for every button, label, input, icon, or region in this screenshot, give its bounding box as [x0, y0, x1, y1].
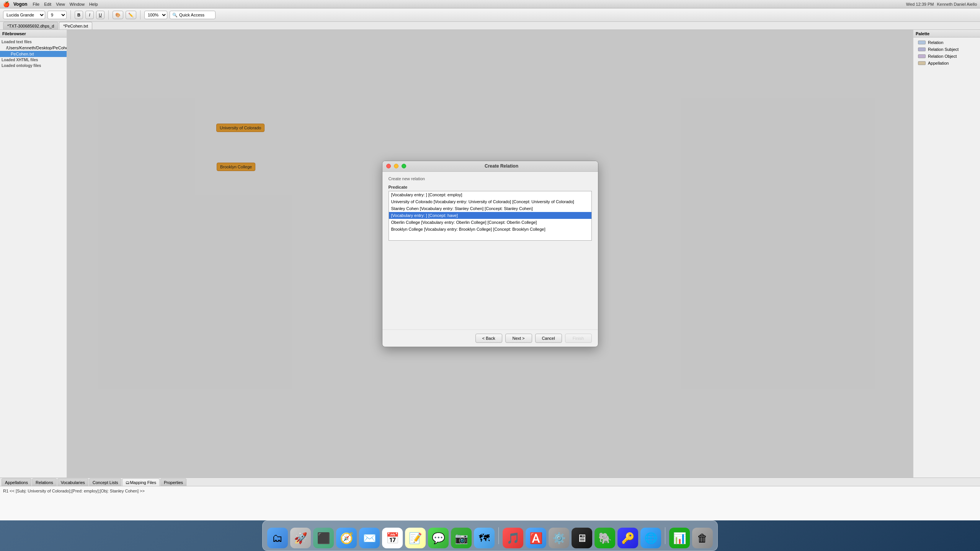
dock-finder[interactable]: 🗂 — [267, 528, 288, 548]
menu-help[interactable]: Help — [89, 2, 98, 7]
predicate-list[interactable]: [Vocabulary entry: ] [Concept: employ] U… — [389, 191, 592, 241]
bottom-panel: Appellations Relations Vocabularies Conc… — [0, 478, 980, 520]
dialog-close-btn[interactable] — [386, 164, 391, 168]
palette-item-relation-object[interactable]: Relation Object — [916, 53, 978, 60]
cancel-button[interactable]: Cancel — [535, 334, 562, 343]
predicate-item-3[interactable]: [Vocabulary entry: ] [Concept: have] — [389, 212, 591, 219]
zoom-selector[interactable]: 100% — [144, 11, 167, 19]
predicate-item-2[interactable]: Stanley Cohen [Vocabulary entry: Stanley… — [389, 205, 591, 212]
loaded-text-files-label: Loaded text files — [0, 39, 67, 45]
dock-maps[interactable]: 🗺 — [474, 528, 495, 548]
quick-access-bar[interactable]: 🔍 Quick Access — [170, 11, 216, 19]
dock: 🗂 🚀 ⬛ 🧭 ✉️ 📅 📝 💬 📷 🗺 🎵 🅰️ ⚙️ 🖥 🐘 🔑 🌐 📊 🗑 — [262, 520, 718, 551]
tab-0-label: *TXT-300685692.dhps_d — [7, 24, 54, 28]
menubar-time: Wed 12:39 PM — [906, 2, 934, 7]
bottom-tab-properties[interactable]: Properties — [160, 478, 186, 486]
tab-1[interactable]: *PeCohen.txt — [59, 22, 92, 29]
font-selector[interactable]: Lucida Grande — [3, 11, 45, 19]
dialog-subtitle: Create new relation — [389, 176, 592, 181]
dock-facetime[interactable]: 📷 — [451, 528, 472, 548]
palette-item-relation-subject-label: Relation Subject — [928, 47, 959, 52]
palette-item-appellation[interactable]: Appellation — [916, 60, 978, 67]
highlight-button[interactable]: ✏️ — [126, 11, 136, 19]
file-tree-item-1[interactable]: PeCohen.txt — [0, 51, 67, 57]
menu-edit[interactable]: Edit — [44, 2, 51, 7]
dock-excel[interactable]: 📊 — [669, 528, 690, 548]
bottom-tab-vocabularies-label: Vocabularies — [61, 480, 85, 485]
palette-item-relation-object-label: Relation Object — [928, 54, 957, 59]
predicate-label: Predicate — [389, 185, 592, 189]
create-relation-dialog: Create Relation Create new relation Pred… — [382, 161, 598, 347]
dock-notes[interactable]: 📝 — [405, 528, 426, 548]
toolbar-sep1 — [70, 10, 71, 20]
palette-title: Palette — [916, 31, 929, 36]
bottom-tab-vocabularies[interactable]: Vocabularies — [57, 478, 88, 486]
predicate-item-4[interactable]: Oberlin College [Vocabulary entry: Oberl… — [389, 219, 591, 226]
bottom-tab-relations[interactable]: Relations — [32, 478, 57, 486]
dialog-title: Create Relation — [409, 163, 594, 169]
bottom-tab-mapping-files-label: Mapping Files — [130, 480, 156, 485]
app-window: Lucida Grande 9 B I U 🎨 ✏️ 100% 🔍 Quick … — [0, 8, 980, 520]
search-icon: 🔍 — [172, 13, 178, 18]
finish-button[interactable]: Finish — [565, 334, 592, 343]
relation-icon — [918, 41, 926, 44]
dock-mail[interactable]: ✉️ — [359, 528, 380, 548]
palette-item-relation-subject[interactable]: Relation Subject — [916, 46, 978, 53]
appellation-icon — [918, 61, 926, 65]
bottom-tab-concept-lists-label: Concept Lists — [93, 480, 118, 485]
dock-app-store[interactable]: 🅰️ — [526, 528, 546, 548]
dock-launchpad[interactable]: 🚀 — [290, 528, 311, 548]
menu-window[interactable]: Window — [70, 2, 85, 7]
dialog-spacer — [389, 241, 592, 325]
filebrowser-title: Filebrowser — [2, 31, 26, 36]
predicate-item-1[interactable]: University of Colorado [Vocabulary entry… — [389, 198, 591, 205]
dock-music[interactable]: 🎵 — [503, 528, 523, 548]
underline-button[interactable]: U — [96, 11, 105, 19]
menu-file[interactable]: File — [33, 2, 39, 7]
bottom-content-item-0[interactable]: R1 << [Subj: University of Colorado];[Pr… — [3, 488, 977, 494]
right-panel: Palette Relation Relation Subject Relati… — [913, 30, 980, 478]
dock-divider-2 — [665, 527, 665, 544]
next-button[interactable]: Next > — [505, 334, 532, 343]
dock-chrome[interactable]: 🌐 — [640, 528, 661, 548]
dock-system-prefs[interactable]: ⚙️ — [549, 528, 569, 548]
palette-items: Relation Relation Subject Relation Objec… — [913, 37, 980, 68]
palette-item-relation-label: Relation — [928, 40, 943, 45]
predicate-item-5[interactable]: Brooklyn College [Vocabulary entry: Broo… — [389, 226, 591, 233]
mapping-files-icon: 🗂 — [126, 480, 130, 485]
toolbar: Lucida Grande 9 B I U 🎨 ✏️ 100% 🔍 Quick … — [0, 8, 980, 22]
back-button[interactable]: < Back — [475, 334, 502, 343]
dock-messages[interactable]: 💬 — [428, 528, 449, 548]
left-panel: Filebrowser Loaded text files /Users/Ken… — [0, 30, 67, 478]
dialog-buttons: < Back Next > Cancel Finish — [382, 329, 598, 347]
dialog-maximize-btn[interactable] — [402, 164, 406, 168]
palette-item-relation[interactable]: Relation — [916, 39, 978, 46]
dock-terminal[interactable]: 🖥 — [572, 528, 592, 548]
dock-mission-control[interactable]: ⬛ — [313, 528, 334, 548]
bottom-tab-concept-lists[interactable]: Concept Lists — [89, 478, 122, 486]
app-menu-vogon[interactable]: Vogon — [13, 2, 27, 7]
palette-header: Palette — [913, 30, 980, 37]
tab-bar: *TXT-300685692.dhps_d *PeCohen.txt — [0, 22, 980, 30]
loaded-ontology-files-label: Loaded ontology files — [0, 63, 67, 68]
dock-trash[interactable]: 🗑 — [692, 528, 713, 548]
dialog-overlay: Create Relation Create new relation Pred… — [67, 30, 913, 478]
dock-evernote[interactable]: 🐘 — [595, 528, 615, 548]
dialog-minimize-btn[interactable] — [394, 164, 399, 168]
italic-button[interactable]: I — [85, 11, 94, 19]
font-size-selector[interactable]: 9 — [47, 11, 67, 19]
menubar: 🍎 Vogon File Edit View Window Help Wed 1… — [0, 0, 980, 8]
bottom-tab-mapping-files[interactable]: 🗂 Mapping Files — [122, 478, 159, 486]
menu-view[interactable]: View — [56, 2, 65, 7]
canvas-area[interactable]: University of Colorado Brooklyn College … — [67, 30, 913, 478]
apple-menu[interactable]: 🍎 — [3, 1, 10, 7]
dock-calendar[interactable]: 📅 — [382, 528, 403, 548]
color-button[interactable]: 🎨 — [113, 11, 123, 19]
file-tree-item-0[interactable]: /Users/Kenneth/Desktop/PeCohen.txt — [0, 45, 67, 51]
predicate-item-0[interactable]: [Vocabulary entry: ] [Concept: employ] — [389, 191, 591, 198]
bold-button[interactable]: B — [75, 11, 83, 19]
dock-1password[interactable]: 🔑 — [617, 528, 638, 548]
bottom-tab-appellations[interactable]: Appellations — [2, 478, 31, 486]
dock-safari[interactable]: 🧭 — [336, 528, 357, 548]
tab-0[interactable]: *TXT-300685692.dhps_d — [3, 22, 58, 29]
